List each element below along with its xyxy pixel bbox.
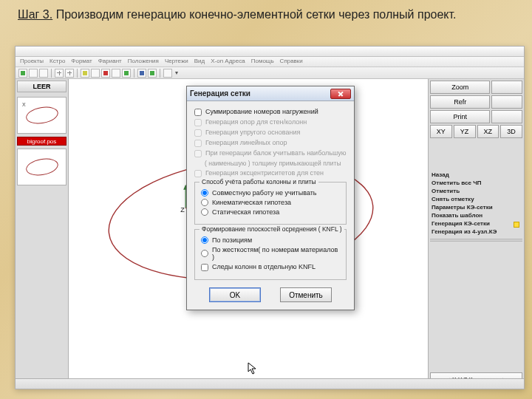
dialog-buttons: OK Отменить — [194, 287, 347, 302]
ring-icon — [24, 156, 59, 177]
toolbar-icon[interactable] — [148, 69, 157, 78]
toolbar-icon[interactable] — [112, 69, 120, 78]
step-label: Шаг 3. — [18, 8, 52, 21]
status-bar — [16, 378, 524, 389]
view-xy-button[interactable]: XY — [430, 125, 452, 138]
radio-static[interactable]: Статическая гипотеза — [201, 208, 340, 216]
toolbar-icon[interactable] — [18, 69, 27, 78]
menu-item[interactable]: Вид — [194, 58, 205, 66]
cmd-unmark[interactable]: Снять отметку — [430, 195, 522, 203]
model-thumbnail[interactable]: X — [17, 97, 66, 134]
checkbox[interactable] — [194, 109, 202, 116]
toolbar-icon[interactable] — [29, 69, 38, 78]
menu-item[interactable]: Кстро — [50, 58, 65, 66]
radio[interactable] — [201, 189, 208, 197]
cmd-generate-mesh[interactable]: Генерация КЭ-сетки — [430, 219, 522, 228]
window-titlebar[interactable] — [16, 47, 524, 57]
leer-button[interactable]: LEER — [17, 81, 66, 92]
view-yz-button[interactable]: YZ — [454, 125, 476, 138]
menu-item[interactable]: Положения — [128, 58, 159, 66]
checkbox — [194, 119, 202, 126]
chk-sum-loads[interactable]: Суммирование номеров нагружений — [194, 108, 347, 116]
panel-separator — [430, 239, 522, 242]
toolbar-icon[interactable] — [101, 69, 110, 78]
cmd-mark[interactable]: Отметить — [430, 187, 522, 195]
instruction-heading: Шаг 3. Производим генерацию конечно-элем… — [0, 0, 532, 26]
file-label[interactable]: bigroof.pos — [17, 137, 66, 146]
toolbar-separator — [51, 69, 52, 78]
radio-kinematic[interactable]: Кинематическая гипотеза — [201, 199, 340, 206]
right-panel: Zoom Refr Print XY YZ XZ 3D Назад Отмети… — [428, 79, 524, 389]
chk-eccentricity: Генерация эксцентриситетов для стен — [194, 169, 347, 177]
toolbar-icon[interactable] — [39, 69, 48, 78]
menu-item[interactable]: Помощь — [251, 58, 274, 66]
menu-item[interactable]: Справки — [280, 58, 303, 66]
radio[interactable] — [201, 236, 208, 244]
cmd-mark-all[interactable]: Отметить все ЧП — [430, 179, 522, 187]
grid-icon[interactable] — [65, 69, 74, 78]
dropdown-icon[interactable]: ▾ — [174, 69, 180, 76]
chk-line-supports: Генерация линейных опор — [194, 139, 347, 147]
menubar[interactable]: Проекты Кстро Формат Фариант Положения Ч… — [16, 57, 524, 67]
menu-item[interactable]: Формат — [71, 58, 92, 66]
grid-icon[interactable] — [55, 69, 64, 78]
mouse-cursor-icon — [248, 362, 258, 375]
cmd-back[interactable]: Назад — [430, 171, 522, 179]
radio-no-joint[interactable]: Совместную работу не учитывать — [201, 189, 340, 197]
close-icon[interactable] — [330, 89, 351, 99]
print-button[interactable]: Print — [430, 110, 490, 123]
dialog-titlebar[interactable]: Генерация сетки — [187, 86, 354, 101]
group-title: Способ учёта работы колонны и плиты — [200, 178, 318, 185]
cmd-mesh-params[interactable]: Параметры КЭ-сетки — [430, 203, 522, 211]
chk-beam-thickness: При генерации балок учитывать наибольшую — [194, 149, 347, 157]
dialog-body: Суммирование номеров нагружений Генераци… — [187, 101, 354, 310]
model-thumbnail[interactable] — [17, 149, 66, 185]
zoom-button[interactable]: Zoom — [430, 81, 490, 94]
view-3d-button[interactable]: 3D — [500, 125, 522, 138]
group-knfl: Формирование плоскостей осреднения ( KNF… — [194, 229, 347, 280]
refresh-aux-button[interactable] — [491, 95, 522, 109]
dialog-title: Генерация сетки — [190, 89, 250, 98]
menu-item[interactable]: X-on Адреса — [211, 58, 245, 66]
radio[interactable] — [201, 199, 208, 206]
toolbar-separator — [160, 69, 160, 78]
toolbar-icon[interactable] — [137, 69, 146, 78]
refresh-button[interactable]: Refr — [430, 95, 490, 109]
checkbox — [194, 129, 202, 137]
print-aux-button[interactable] — [491, 110, 522, 123]
menu-item[interactable]: Фариант — [98, 58, 122, 66]
chk-beam-thickness-sub: ( наименьшую ) толщину примыкающей плиты — [194, 160, 347, 167]
checkbox — [194, 140, 202, 147]
toolbar-icon[interactable] — [81, 69, 89, 78]
ok-button[interactable]: OK — [209, 287, 261, 302]
chk-supports: Генерация опор для стен/колонн — [194, 118, 347, 126]
group-title: Формирование плоскостей осреднения ( KNF… — [200, 225, 344, 233]
zoom-aux-button[interactable] — [491, 81, 522, 94]
cmd-show-template[interactable]: Показать шаблон — [430, 211, 522, 219]
cmd-generate-4node[interactable]: Генерация из 4-узл.КЭ — [430, 228, 522, 236]
step-text: Производим генерацию конечно-элементной … — [56, 8, 457, 21]
command-list: Назад Отметить все ЧП Отметить Снять отм… — [430, 169, 522, 237]
cancel-button[interactable]: Отменить — [280, 287, 332, 302]
toolbar-icon[interactable] — [163, 69, 172, 78]
mesh-generation-dialog: Генерация сетки Суммирование номеров наг… — [186, 86, 355, 310]
menu-item[interactable]: Проекты — [20, 58, 44, 66]
radio-by-stiffness[interactable]: По жесткостям( по номерам материалов ) — [201, 246, 340, 261]
toolbar-icon[interactable] — [91, 69, 100, 78]
left-panel: LEER X bigroof.pos bigroof.pos — [16, 79, 69, 389]
radio-by-position[interactable]: По позициям — [201, 236, 340, 244]
svg-marker-7 — [248, 363, 256, 374]
toolbar-icon[interactable] — [122, 69, 131, 78]
toolbar: ▾ — [16, 67, 524, 79]
view-xz-button[interactable]: XZ — [477, 125, 499, 138]
radio[interactable] — [201, 208, 208, 216]
chk-elastic-base: Генерация упругого основания — [194, 129, 347, 137]
radio[interactable] — [201, 250, 208, 257]
group-column-slab: Способ учёта работы колонны и плиты Совм… — [194, 182, 347, 225]
toolbar-separator — [134, 69, 134, 78]
checkbox — [194, 150, 202, 157]
menu-item[interactable]: Чертежи — [165, 58, 188, 66]
chk-column-traces[interactable]: Следы колонн в отдельную KNFL — [201, 263, 340, 271]
toolbar-separator — [77, 69, 78, 78]
checkbox[interactable] — [201, 264, 208, 271]
